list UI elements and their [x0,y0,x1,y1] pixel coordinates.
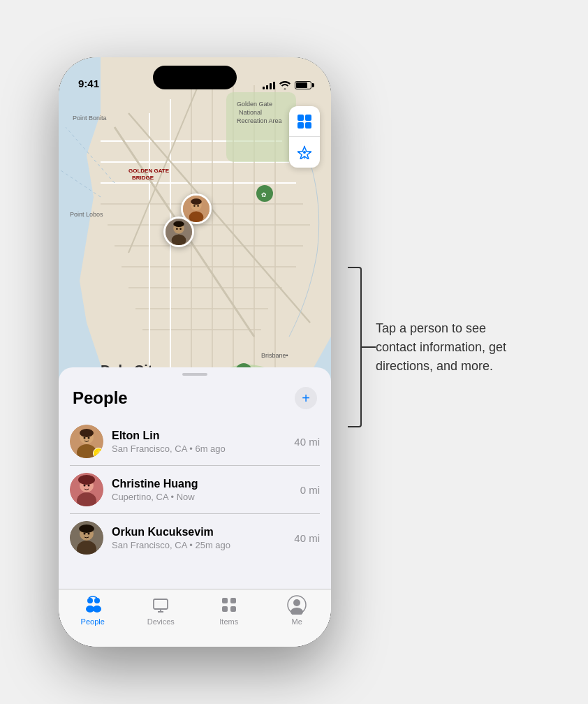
person-info-elton: Elton Lin San Francisco, CA • 6m ago [112,430,286,454]
scene: 9:41 [59,57,529,647]
person-detail-christine: Cupertino, CA • Now [112,492,292,502]
avatar-orkun [70,521,103,555]
signal-bars-icon [263,82,275,89]
map-view-button[interactable] [289,106,320,137]
svg-point-48 [197,205,199,207]
person-name-orkun: Orkun Kucuksevim [112,526,286,538]
svg-text:Golden Gate: Golden Gate [237,101,272,108]
tab-devices[interactable]: Devices [127,595,196,626]
tab-devices-label: Devices [147,617,175,626]
tab-bar: People Devices [59,589,331,647]
svg-point-53 [176,228,178,230]
person-distance-elton: 40 mi [294,436,320,448]
svg-rect-55 [297,115,304,121]
person-distance-orkun: 40 mi [294,532,320,544]
svg-point-66 [80,429,94,437]
people-title: People [73,388,128,408]
svg-text:✿: ✿ [261,191,267,198]
svg-point-81 [88,533,90,535]
svg-point-54 [179,228,182,230]
person-detail-elton: San Francisco, CA • 6m ago [112,443,286,454]
add-people-button[interactable]: + [295,387,317,409]
svg-rect-56 [305,115,311,121]
annotation: Tap a person to see contact information,… [348,267,529,427]
phone-screen: 9:41 [59,57,331,647]
svg-rect-90 [222,598,228,603]
svg-point-95 [293,599,300,606]
wifi-icon [279,81,291,89]
svg-text:Point Lobos: Point Lobos [70,211,103,218]
svg-point-96 [291,608,303,615]
annotation-text: Tap a person to see contact information,… [376,319,529,376]
svg-text:Recreation Area: Recreation Area [237,117,282,124]
person-info-christine: Christine Huang Cupertino, CA • Now [112,478,292,502]
items-tab-icon [219,595,239,615]
svg-rect-92 [222,606,228,612]
svg-point-68 [84,437,86,439]
svg-text:National: National [239,109,262,116]
person-list: ⭐ Elton Lin San Francisco, CA • 6m ago 4… [59,418,331,562]
person-name-christine: Christine Huang [112,478,292,490]
svg-point-59 [303,151,306,154]
map-buttons [289,106,320,168]
svg-rect-57 [297,122,304,129]
svg-point-78 [79,525,94,533]
person-info-orkun: Orkun Kucuksevim San Francisco, CA • 25m… [112,526,286,550]
status-icons [263,81,311,91]
person-row-elton[interactable]: ⭐ Elton Lin San Francisco, CA • 6m ago 4… [70,418,320,466]
svg-point-75 [88,485,90,487]
star-badge: ⭐ [93,448,103,458]
person-distance-christine: 0 mi [300,484,320,496]
svg-point-69 [88,437,90,439]
svg-rect-93 [230,606,236,612]
tab-me-label: Me [292,617,302,626]
tab-items[interactable]: Items [195,595,263,626]
svg-point-85 [93,606,101,613]
tab-people-label: People [81,617,105,626]
dynamic-island [153,66,237,89]
tab-items-label: Items [219,617,238,626]
people-tab-icon [83,595,103,615]
svg-text:BRIDGE: BRIDGE [132,175,154,181]
me-tab-icon [287,595,307,615]
tab-people[interactable]: People [59,595,127,626]
svg-point-82 [87,598,93,603]
svg-text:Point Bonita: Point Bonita [73,115,107,122]
devices-tab-icon [151,595,170,615]
map-avatar-orkun[interactable] [163,217,194,247]
svg-text:GOLDEN GATE: GOLDEN GATE [128,168,170,174]
person-row-orkun[interactable]: Orkun Kucuksevim San Francisco, CA • 25m… [70,514,320,562]
svg-point-51 [173,221,184,227]
person-detail-orkun: San Francisco, CA • 25m ago [112,540,286,550]
sheet-handle [182,373,207,376]
tab-me[interactable]: Me [263,595,332,626]
people-header: People + [59,381,331,418]
svg-rect-86 [154,599,168,609]
avatar-elton: ⭐ [70,425,103,458]
phone-shell: 9:41 [59,57,331,647]
svg-point-45 [191,198,202,205]
svg-point-72 [78,475,95,485]
battery-icon [295,81,311,89]
svg-point-80 [84,533,86,535]
person-row-christine[interactable]: Christine Huang Cupertino, CA • Now 0 mi [70,466,320,514]
status-time: 9:41 [78,78,99,91]
svg-point-84 [94,598,100,603]
svg-rect-91 [230,598,236,603]
svg-point-47 [193,205,196,207]
location-button[interactable] [289,137,320,168]
annotation-bracket [348,267,362,427]
avatar-christine [70,473,103,506]
annotation-line [362,346,376,348]
svg-text:Brisbane•: Brisbane• [261,352,288,359]
person-name-elton: Elton Lin [112,430,286,442]
svg-point-74 [84,485,86,487]
svg-rect-58 [305,122,311,129]
